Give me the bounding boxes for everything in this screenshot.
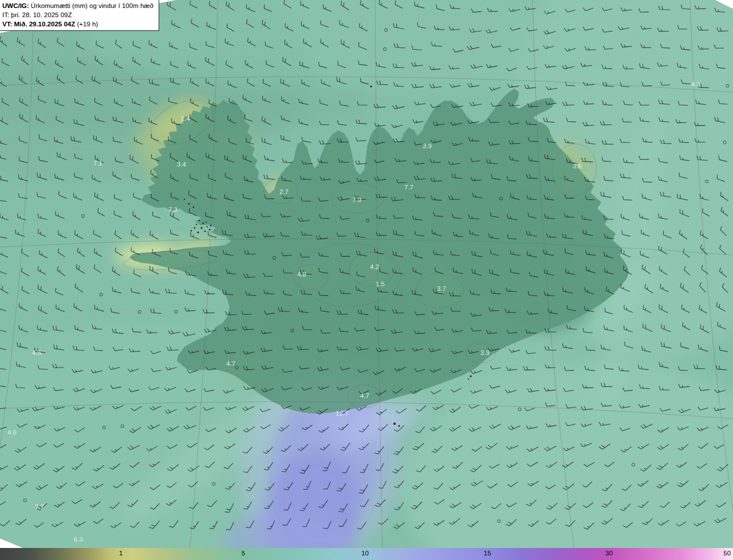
title-line-init: IT: þri. 28. 10. 2025 09Z: [2, 10, 153, 19]
precip-value-label: 3.9: [423, 143, 432, 149]
precip-value-label: 7.7: [35, 503, 44, 510]
colorbar-tick-label: 15: [484, 550, 491, 557]
precip-value-label: 2.7: [279, 188, 289, 195]
precip-value-label: 7.9: [352, 196, 361, 203]
precip-value-label: 12.7: [336, 410, 348, 417]
colorbar: 1510153050: [0, 548, 733, 560]
precip-value-label: 3.9: [480, 349, 490, 356]
colorbar-tick-label: 5: [242, 550, 245, 557]
colorbar-tick-label: 30: [605, 550, 613, 557]
colorbar-ticks: 1510153050: [0, 548, 733, 560]
valid-suffix: (+19 h): [75, 21, 98, 27]
precip-value-label: 4.2: [370, 263, 379, 270]
title-line-product: UWC/IG: Úrkomumætti (mm) og vindur í 100…: [2, 1, 153, 10]
precip-value-label: 7.3: [168, 206, 178, 213]
colorbar-tick-label: 1: [119, 550, 123, 557]
precip-value-label: 6.3: [74, 536, 83, 543]
weather-map-page: 2.47.13.43.93.64.62.77.77.97.34.84.21.53…: [0, 0, 733, 560]
map-canvas: 2.47.13.43.93.64.62.77.77.97.34.84.21.53…: [0, 0, 733, 560]
precip-value-label: 4.6: [691, 81, 700, 88]
precip-value-label: 1.5: [376, 281, 385, 287]
precip-value-label: 7.7: [404, 184, 413, 191]
precip-value-label: 3.4: [177, 161, 187, 168]
colorbar-tick-label: 10: [361, 550, 369, 557]
precip-value-label: 4.7: [360, 392, 369, 399]
valid-label: VT: Mið. 29.10.2025 04Z: [2, 21, 75, 27]
precip-value-label: 3.7: [437, 285, 446, 292]
colorbar-tick-label: 50: [723, 550, 731, 557]
product-label: UWC/IG:: [2, 2, 29, 9]
precip-value-label: 3.6: [573, 163, 582, 169]
init-label: IT:: [2, 11, 9, 18]
product-text: Úrkomumætti (mm) og vindur í 100m hæð: [29, 2, 153, 9]
precip-value-label: 4.8: [297, 271, 306, 278]
precip-value-label: 4.7: [226, 360, 235, 367]
precip-value-label: 4.6: [7, 429, 17, 436]
precip-value-label: 4.5: [32, 349, 41, 356]
init-text: þri. 28. 10. 2025 09Z: [9, 11, 72, 18]
title-box: UWC/IG: Úrkomumætti (mm) og vindur í 100…: [0, 0, 159, 31]
precip-value-label: 7.1: [93, 160, 103, 167]
title-line-valid: VT: Mið. 29.10.2025 04Z (+19 h): [2, 19, 153, 29]
precip-value-label: 2.4: [181, 115, 191, 122]
